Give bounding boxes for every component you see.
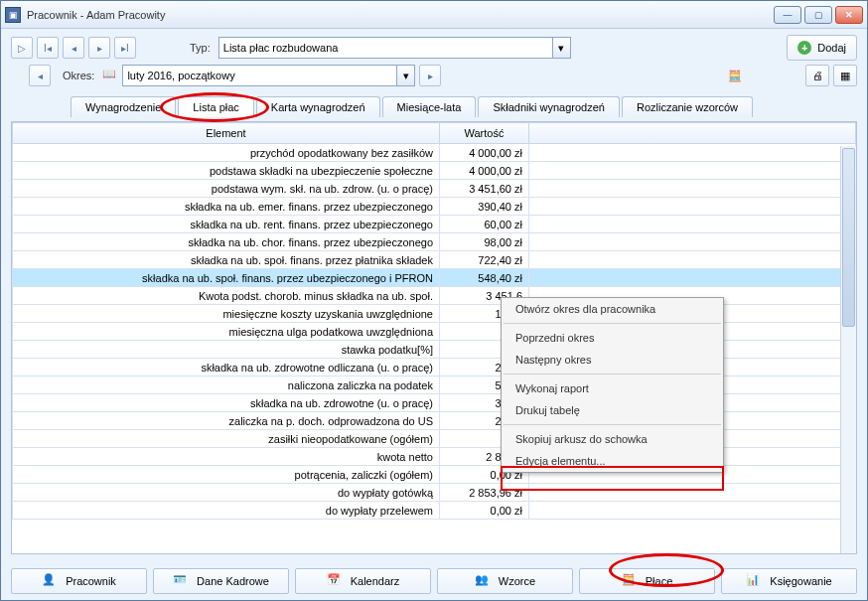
cell-element: podstawa składki na ubezpieczenie społec… (13, 162, 440, 180)
okres-input[interactable] (123, 66, 396, 85)
typ-dropdown-icon[interactable]: ▾ (552, 38, 570, 58)
bottom-tab-label: Księgowanie (770, 575, 831, 587)
menu-drukuj-tabelę[interactable]: Drukuj tabelę (502, 399, 723, 421)
table-row[interactable]: miesięczne koszty uzyskania uwzględnione… (13, 305, 856, 323)
ledger-icon: 📊 (746, 573, 762, 589)
context-menu: Otwórz okres dla pracownikaPoprzedni okr… (501, 297, 724, 473)
bottom-tab-księgowanie[interactable]: 📊Księgowanie (721, 568, 857, 594)
menu-separator (504, 424, 721, 425)
bottom-tab-dane-kadrowe[interactable]: 🪪Dane Kadrowe (153, 568, 289, 594)
people-icon: 👥 (475, 573, 491, 589)
bottom-tab-wzorce[interactable]: 👥Wzorce (437, 568, 573, 594)
table-row[interactable]: stawka podatku[%] (13, 341, 856, 359)
vertical-scrollbar[interactable] (840, 146, 856, 553)
period-next-button[interactable]: ▸ (419, 65, 441, 86)
menu-edycja-elementu-[interactable]: Edycja elementu... (502, 450, 723, 472)
table-row[interactable]: składka na ub. chor. finans. przez ubezp… (13, 233, 856, 251)
okres-dropdown-icon[interactable]: ▾ (396, 66, 414, 85)
nav-play-button[interactable]: ▷ (11, 37, 33, 59)
tab-wynagrodzenie[interactable]: Wynagrodzenie (71, 96, 176, 117)
add-label: Dodaj (817, 42, 846, 54)
maximize-button[interactable]: ▢ (804, 6, 832, 24)
bottom-tab-płace[interactable]: 🧮Płace (579, 568, 715, 594)
cell-element: podstawa wym. skł. na ub. zdrow. (u. o p… (13, 180, 440, 198)
table-row[interactable]: naliczona zaliczka na podatek554,8 (13, 376, 856, 394)
minimize-button[interactable]: — (774, 6, 801, 24)
table-row[interactable]: składka na ub. zdrowotne odliczana (u. o… (13, 359, 856, 376)
tab-rozliczanie-wzorc-w[interactable]: Rozliczanie wzorców (622, 96, 753, 117)
table-row[interactable]: podstawa składki na ubezpieczenie społec… (13, 162, 856, 180)
menu-separator (504, 374, 721, 375)
typ-label: Typ: (190, 42, 211, 54)
tab-karta-wynagrodze-[interactable]: Karta wynagrodzeń (256, 96, 380, 117)
calc-icon: 🧮 (622, 573, 638, 589)
table-row[interactable]: przychód opodatkowany bez zasiłków4 000,… (13, 144, 856, 162)
table-row[interactable]: składka na ub. emer. finans. przez ubezp… (13, 198, 856, 216)
cell-value: 4 000,00 zł (440, 144, 529, 162)
table-row[interactable]: składka na ub. społ. finans. przez płatn… (13, 251, 856, 269)
print-button[interactable]: 🖨 (805, 65, 829, 86)
titlebar: ▣ Pracownik - Adam Pracowity — ▢ ✕ (1, 1, 867, 29)
menu-następny-okres[interactable]: Następny okres (502, 349, 723, 371)
table-row[interactable]: potrącenia, zaliczki (ogółem)0,00 zł (13, 466, 856, 484)
table-row[interactable]: składka na ub. społ. finans. przez ubezp… (13, 269, 856, 287)
table-row[interactable]: miesięczna ulga podatkowa uwzględniona46… (13, 323, 856, 341)
tab-lista-p-ac[interactable]: Lista płac (178, 96, 253, 117)
nav-last-button[interactable]: ▸I (114, 37, 136, 59)
table-row[interactable]: składka na ub. rent. finans. przez ubezp… (13, 216, 856, 233)
col-value[interactable]: Wartość (440, 123, 529, 144)
cell-element: składka na ub. zdrowotne (u. o pracę) (13, 394, 440, 412)
menu-separator (504, 323, 721, 324)
period-prev-button[interactable]: ◂ (29, 65, 51, 86)
abacus-icon[interactable]: 🧮 (728, 70, 742, 82)
table-row[interactable]: Kwota podst. chorob. minus składka na ub… (13, 287, 856, 305)
card-icon: 🪪 (173, 573, 189, 589)
scroll-thumb[interactable] (842, 148, 855, 327)
cell-value: 4 000,00 zł (440, 162, 529, 180)
menu-skopiuj-arkusz-do-schowka[interactable]: Skopiuj arkusz do schowka (502, 428, 723, 450)
okres-combo[interactable]: ▾ (122, 65, 415, 86)
table-row[interactable]: składka na ub. zdrowotne (u. o pracę)310… (13, 394, 856, 412)
calendar-icon: 📅 (327, 573, 343, 589)
cell-element: kwota netto (13, 448, 440, 466)
cell-element: zasiłki nieopodatkowane (ogółem) (13, 430, 440, 448)
bottom-tabs: 👤Pracownik🪪Dane Kadrowe📅Kalendarz👥Wzorce… (1, 564, 867, 600)
bottom-tab-label: Pracownik (66, 575, 116, 587)
data-table-wrap: Element Wartość przychód opodatkowany be… (11, 121, 857, 554)
bottom-tab-pracownik[interactable]: 👤Pracownik (11, 568, 147, 594)
table-row[interactable]: podstawa wym. skł. na ub. zdrow. (u. o p… (13, 180, 856, 198)
add-button[interactable]: + Dodaj (787, 35, 857, 61)
nav-next-button[interactable]: ▸ (88, 37, 110, 59)
table-row[interactable]: do wypłaty przelewem0,00 zł (13, 502, 856, 520)
cell-element: składka na ub. społ. finans. przez płatn… (13, 251, 440, 269)
table-row[interactable]: zaliczka na p. doch. odprowadzona do US2… (13, 412, 856, 430)
menu-wykonaj-raport[interactable]: Wykonaj raport (502, 377, 723, 399)
bottom-tab-kalendarz[interactable]: 📅Kalendarz (295, 568, 431, 594)
col-element[interactable]: Element (13, 123, 440, 144)
bottom-tab-label: Kalendarz (351, 575, 400, 587)
book-icon: 📖 (102, 68, 118, 83)
tab-miesi-ce-lata[interactable]: Miesiące-lata (382, 96, 477, 117)
typ-input[interactable] (219, 38, 552, 58)
table-row[interactable]: zasiłki nieopodatkowane (ogółem)0,0 (13, 430, 856, 448)
menu-poprzedni-okres[interactable]: Poprzedni okres (502, 327, 723, 349)
cell-element: stawka podatku[%] (13, 341, 440, 359)
col-spacer (529, 123, 856, 144)
cell-element: składka na ub. chor. finans. przez ubezp… (13, 233, 440, 251)
tab-sk-adniki-wynagrodze-[interactable]: Składniki wynagrodzeń (478, 96, 620, 117)
cell-element: składka na ub. emer. finans. przez ubezp… (13, 198, 440, 216)
bottom-tab-label: Wzorce (499, 575, 535, 587)
cell-value: 60,00 zł (440, 216, 529, 233)
cell-element: przychód opodatkowany bez zasiłków (13, 144, 440, 162)
table-row[interactable]: do wypłaty gotówką2 853,96 zł (13, 484, 856, 502)
menu-otwórz-okres-dla-pracownika[interactable]: Otwórz okres dla pracownika (502, 298, 723, 320)
cell-value: 548,40 zł (440, 269, 529, 287)
table-row[interactable]: kwota netto2 853,9 (13, 448, 856, 466)
close-button[interactable]: ✕ (835, 6, 863, 24)
typ-combo[interactable]: ▾ (218, 37, 571, 59)
nav-first-button[interactable]: I◂ (37, 37, 59, 59)
cell-element: potrącenia, zaliczki (ogółem) (13, 466, 440, 484)
nav-prev-button[interactable]: ◂ (63, 37, 84, 59)
grid-button[interactable]: ▦ (833, 65, 857, 86)
content-area: ▷ I◂ ◂ ▸ ▸I Typ: ▾ + Dodaj ◂ Okres: 📖 ▾ (1, 29, 867, 564)
